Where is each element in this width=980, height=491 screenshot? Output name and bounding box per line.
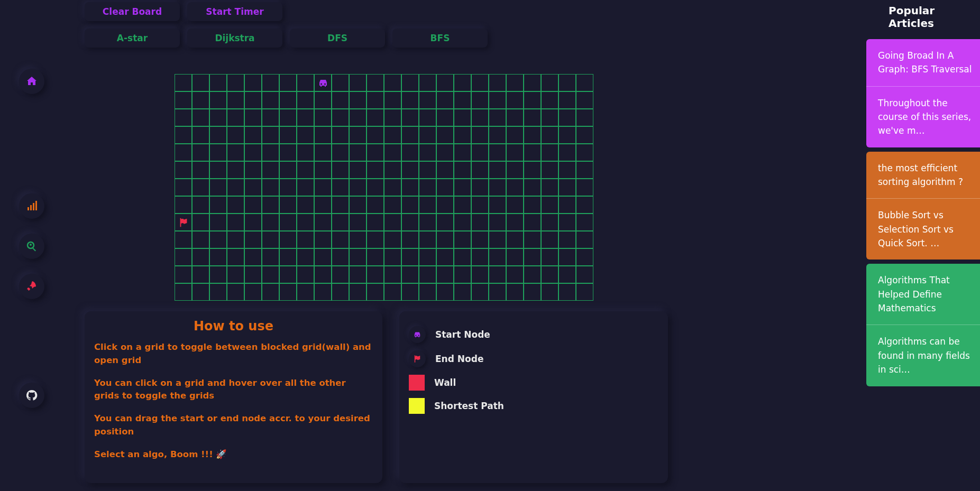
grid-cell[interactable]: [401, 266, 419, 283]
grid-cell[interactable]: [524, 214, 541, 231]
grid-cell[interactable]: [506, 144, 524, 161]
grid-cell[interactable]: [471, 231, 489, 248]
grid-cell[interactable]: [314, 196, 332, 214]
grid-cell[interactable]: [367, 179, 384, 196]
grid-cell[interactable]: [558, 266, 576, 283]
grid-cell[interactable]: [227, 126, 244, 144]
grid-cell[interactable]: [384, 248, 401, 266]
grid-cell[interactable]: [558, 161, 576, 179]
rocket-button[interactable]: [19, 274, 44, 299]
grid-cell[interactable]: [454, 126, 471, 144]
grid-cell[interactable]: [471, 248, 489, 266]
grid-cell[interactable]: [227, 214, 244, 231]
grid-cell[interactable]: [297, 196, 314, 214]
grid-cell[interactable]: [419, 266, 436, 283]
grid-cell[interactable]: [506, 161, 524, 179]
bars-button[interactable]: [19, 193, 44, 219]
grid-cell[interactable]: [314, 248, 332, 266]
grid-cell[interactable]: [524, 161, 541, 179]
grid-cell[interactable]: [524, 91, 541, 109]
grid-cell[interactable]: [558, 196, 576, 214]
grid-cell[interactable]: [454, 231, 471, 248]
grid-cell[interactable]: [436, 144, 454, 161]
grid-cell[interactable]: [558, 91, 576, 109]
grid-cell[interactable]: [401, 248, 419, 266]
grid-cell[interactable]: [471, 126, 489, 144]
grid-cell[interactable]: [524, 266, 541, 283]
grid-cell[interactable]: [192, 214, 209, 231]
grid-cell[interactable]: [454, 196, 471, 214]
grid-cell[interactable]: [279, 248, 297, 266]
grid-cell[interactable]: [332, 214, 349, 231]
grid-cell[interactable]: [541, 214, 558, 231]
grid-cell[interactable]: [401, 109, 419, 126]
start-timer-button[interactable]: Start Timer: [187, 2, 282, 21]
grid-cell[interactable]: [384, 231, 401, 248]
grid-cell[interactable]: [192, 179, 209, 196]
grid-cell[interactable]: [244, 109, 262, 126]
grid-cell[interactable]: [367, 196, 384, 214]
grid-cell[interactable]: [192, 196, 209, 214]
grid-cell[interactable]: [175, 214, 192, 231]
grid-cell[interactable]: [175, 91, 192, 109]
grid-cell[interactable]: [558, 248, 576, 266]
grid-cell[interactable]: [332, 266, 349, 283]
grid-cell[interactable]: [576, 196, 593, 214]
grid-cell[interactable]: [401, 214, 419, 231]
grid-cell[interactable]: [314, 74, 332, 91]
grid-cell[interactable]: [524, 179, 541, 196]
grid-cell[interactable]: [175, 266, 192, 283]
grid-cell[interactable]: [576, 74, 593, 91]
grid-cell[interactable]: [175, 231, 192, 248]
grid-cell[interactable]: [384, 266, 401, 283]
grid-cell[interactable]: [401, 144, 419, 161]
grid-cell[interactable]: [384, 144, 401, 161]
grid-cell[interactable]: [297, 214, 314, 231]
grid-cell[interactable]: [401, 196, 419, 214]
grid-cell[interactable]: [558, 109, 576, 126]
grid-cell[interactable]: [262, 91, 279, 109]
clear-board-button[interactable]: Clear Board: [85, 2, 180, 21]
grid-cell[interactable]: [506, 214, 524, 231]
grid-cell[interactable]: [454, 214, 471, 231]
astar-button[interactable]: A-star: [85, 29, 180, 48]
article-card[interactable]: Algorithms That Helped Define Mathematic…: [866, 264, 980, 386]
grid-cell[interactable]: [419, 161, 436, 179]
grid-cell[interactable]: [192, 266, 209, 283]
grid-cell[interactable]: [332, 231, 349, 248]
grid-cell[interactable]: [227, 231, 244, 248]
grid-cell[interactable]: [314, 214, 332, 231]
grid-cell[interactable]: [506, 196, 524, 214]
grid-cell[interactable]: [279, 179, 297, 196]
grid-cell[interactable]: [349, 231, 367, 248]
grid-cell[interactable]: [541, 266, 558, 283]
article-card[interactable]: Going Broad In A Graph: BFS TraversalThr…: [866, 39, 980, 147]
grid-cell[interactable]: [244, 161, 262, 179]
grid-cell[interactable]: [489, 144, 506, 161]
grid-cell[interactable]: [401, 283, 419, 301]
grid-cell[interactable]: [297, 144, 314, 161]
dfs-button[interactable]: DFS: [290, 29, 385, 48]
grid-cell[interactable]: [244, 231, 262, 248]
grid-cell[interactable]: [209, 214, 227, 231]
grid-cell[interactable]: [244, 179, 262, 196]
grid-cell[interactable]: [541, 248, 558, 266]
grid-cell[interactable]: [192, 283, 209, 301]
grid-cell[interactable]: [209, 91, 227, 109]
grid-cell[interactable]: [192, 91, 209, 109]
grid-cell[interactable]: [367, 248, 384, 266]
grid-cell[interactable]: [436, 248, 454, 266]
grid-cell[interactable]: [506, 109, 524, 126]
grid-cell[interactable]: [401, 231, 419, 248]
grid-cell[interactable]: [192, 161, 209, 179]
grid-cell[interactable]: [541, 179, 558, 196]
grid-cell[interactable]: [384, 161, 401, 179]
grid-cell[interactable]: [419, 126, 436, 144]
grid-cell[interactable]: [332, 109, 349, 126]
grid-cell[interactable]: [244, 144, 262, 161]
grid-cell[interactable]: [489, 283, 506, 301]
grid-cell[interactable]: [209, 231, 227, 248]
grid-cell[interactable]: [175, 179, 192, 196]
grid-cell[interactable]: [279, 74, 297, 91]
grid-cell[interactable]: [436, 126, 454, 144]
